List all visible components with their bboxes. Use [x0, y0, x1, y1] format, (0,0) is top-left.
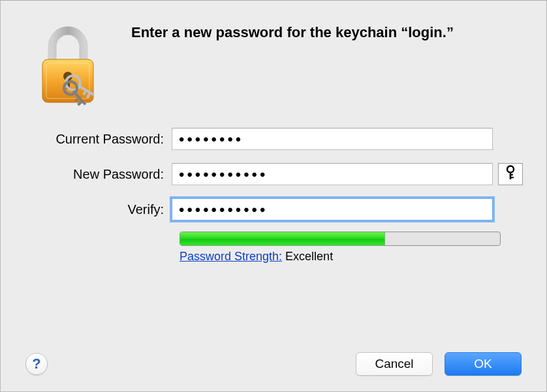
- key-icon: [504, 165, 517, 183]
- verify-password-label: Verify:: [25, 202, 172, 217]
- svg-rect-13: [510, 172, 511, 179]
- password-strength-bar: [180, 232, 501, 246]
- current-password-row: Current Password: ••••••••: [25, 126, 522, 152]
- verify-password-input[interactable]: •••••••••••: [172, 198, 493, 220]
- dialog-header: Enter a new password for the keychain “l…: [25, 20, 522, 112]
- current-password-label: Current Password:: [25, 132, 172, 147]
- dialog-footer: ? Cancel OK: [25, 339, 522, 376]
- ok-button[interactable]: OK: [445, 352, 522, 376]
- password-form: Current Password: •••••••• New Password:…: [25, 126, 522, 264]
- dialog-title: Enter a new password for the keychain “l…: [131, 24, 454, 41]
- new-password-label: New Password:: [25, 167, 172, 182]
- cancel-button[interactable]: Cancel: [356, 352, 433, 376]
- svg-rect-14: [510, 177, 514, 178]
- password-strength-value: Excellent: [285, 250, 333, 263]
- lock-icon: [25, 20, 110, 112]
- new-password-row: New Password: •••••••••••: [25, 161, 522, 187]
- svg-point-12: [507, 166, 514, 173]
- password-assistant-button[interactable]: [498, 163, 523, 185]
- password-strength-link[interactable]: Password Strength:: [180, 250, 282, 263]
- new-password-input[interactable]: •••••••••••: [172, 163, 493, 185]
- svg-rect-15: [510, 174, 513, 175]
- current-password-input[interactable]: ••••••••: [172, 128, 493, 150]
- password-strength-section: Password Strength: Excellent: [180, 232, 501, 264]
- password-strength-fill: [180, 232, 385, 245]
- keychain-password-dialog: Enter a new password for the keychain “l…: [1, 1, 546, 391]
- verify-password-row: Verify: •••••••••••: [25, 196, 522, 222]
- help-button[interactable]: ?: [25, 353, 48, 375]
